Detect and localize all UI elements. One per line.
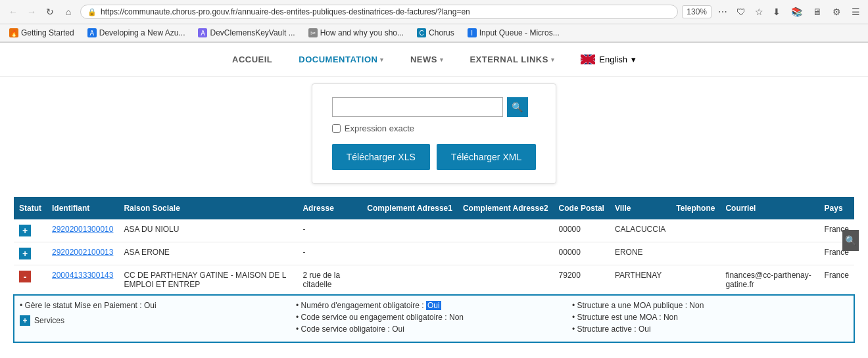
download-icon[interactable]: ⬇: [770, 5, 783, 18]
row3-adresse: 2 rue de la citadelle: [297, 265, 362, 296]
row2-tel: [671, 242, 720, 265]
row2-id-link[interactable]: 29202002100013: [52, 248, 113, 257]
row1-compl1: [362, 219, 458, 242]
row3-tel: [671, 265, 720, 296]
row1-compl2: [458, 219, 554, 242]
expand-button-3[interactable]: -: [19, 271, 31, 282]
bookmark-getting-started[interactable]: 🔥 Getting Started: [5, 27, 78, 39]
forward-button[interactable]: →: [24, 4, 39, 20]
code-service-obligatoire: • Code service obligatoire : Oui: [296, 324, 559, 334]
page-wrapper: ACCUEIL DOCUMENTATION ▾ NEWS ▾ EXTERNAL …: [0, 43, 868, 358]
bookmark-label: Getting Started: [21, 28, 74, 37]
expand-button-2[interactable]: +: [19, 248, 31, 259]
library-icon[interactable]: 📚: [788, 5, 805, 18]
expand-button-1[interactable]: +: [19, 225, 31, 236]
expanded-col-1: • Gère le statut Mise en Paiement : Oui …: [20, 301, 296, 336]
svg-rect-8: [581, 58, 595, 60]
row3-id-link[interactable]: 20004133300143: [52, 271, 113, 280]
download-xls-button[interactable]: Télécharger XLS: [332, 144, 430, 170]
services-expand-button[interactable]: +: [20, 315, 30, 326]
bookmark-azure[interactable]: A Developing a New Azu...: [84, 27, 189, 39]
col-ville: Ville: [610, 197, 671, 219]
browser-toolbar: ← → ↻ ⌂ 🔒 130% ⋯ 🛡 ☆ ⬇ 📚 🖥 ⚙ ☰: [0, 0, 868, 24]
row2-courriel: [720, 242, 819, 265]
col-complement-adresse2: Complement Adresse2: [458, 197, 554, 219]
search-input[interactable]: [332, 97, 503, 117]
bookmark-label: Chorus: [429, 28, 454, 37]
row1-cp: 00000: [554, 219, 610, 242]
reload-button[interactable]: ↻: [42, 4, 58, 20]
moa-publique: • Structure a une MOA publique : Non: [572, 301, 835, 310]
mise-en-paiement: • Gère le statut Mise en Paiement : Oui: [20, 301, 283, 310]
row1-id-link[interactable]: 29202001300010: [52, 225, 113, 234]
results-table-section: Statut Identifiant Raison Sociale Adress…: [0, 197, 868, 356]
download-xml-button[interactable]: Télécharger XML: [437, 144, 536, 170]
expanded-col-3: • Structure a une MOA publique : Non • S…: [572, 301, 848, 336]
col-adresse: Adresse: [297, 197, 362, 219]
nav-external-links[interactable]: EXTERNAL LINKS ▾: [470, 55, 554, 64]
sidebar-search-button[interactable]: 🔍: [842, 230, 859, 251]
home-button[interactable]: ⌂: [60, 4, 76, 20]
language-caret: ▾: [631, 55, 636, 64]
row3-ville: PARTHENAY: [610, 265, 671, 296]
row2-raison-sociale: ASA ERONE: [118, 242, 297, 265]
nav-accueil[interactable]: ACCUEIL: [232, 55, 272, 64]
bookmark-keyvault[interactable]: A DevClemensKeyVault ...: [194, 27, 299, 39]
star-icon[interactable]: ☆: [752, 5, 766, 18]
row2-cp: 00000: [554, 242, 610, 265]
expanded-col-2: • Numéro d'engagement obligatoire : Oui …: [296, 301, 572, 336]
engagement-obligatoire-text: • Numéro d'engagement obligatoire :: [296, 301, 426, 310]
row2-id: 29202002100013: [47, 242, 118, 265]
bookmark-chorus[interactable]: C Chorus: [413, 27, 458, 39]
nav-documentation[interactable]: DOCUMENTATION ▾: [299, 55, 384, 64]
dropdown-caret-news: ▾: [440, 56, 444, 63]
search-input-row: 🔍: [332, 97, 536, 117]
row2-compl2: [458, 242, 554, 265]
results-table: Statut Identifiant Raison Sociale Adress…: [13, 197, 855, 343]
screen-icon[interactable]: 🖥: [810, 5, 825, 18]
engagement-obligatoire: • Numéro d'engagement obligatoire : Oui: [296, 301, 559, 310]
table-row: + 29202002100013 ASA ERONE - 00000 ERONE…: [14, 242, 854, 265]
row2-ville: ERONE: [610, 242, 671, 265]
services-row: + Services: [20, 315, 283, 326]
table-row: + 29202001300010 ASA DU NIOLU - 00000 CA…: [14, 219, 854, 242]
structure-active: • Structure active : Oui: [572, 324, 835, 334]
col-telephone: Telephone: [671, 197, 720, 219]
exact-expression-row: Expression exacte: [332, 123, 536, 133]
bookmark-label: Developing a New Azu...: [99, 28, 185, 37]
settings-icon[interactable]: ⚙: [830, 5, 844, 18]
dropdown-caret-documentation: ▾: [380, 56, 384, 63]
bookmark-why[interactable]: ✂ How and why you sho...: [304, 27, 408, 39]
table-row: - 20004133300143 CC DE PARTHENAY GATINE …: [14, 265, 854, 296]
col-courriel: Courriel: [720, 197, 819, 219]
services-label: Services: [34, 316, 64, 325]
address-bar-input[interactable]: [101, 7, 671, 16]
nav-buttons: ← → ↻ ⌂: [5, 4, 76, 20]
bookmarks-bar: 🔥 Getting Started A Developing a New Azu…: [0, 24, 868, 42]
language-selector[interactable]: English ▾: [581, 55, 636, 64]
back-button[interactable]: ←: [5, 4, 21, 20]
search-section: 🔍 Expression exacte Télécharger XLS Télé…: [0, 77, 868, 197]
bookmark-label: Input Queue - Micros...: [479, 28, 560, 37]
menu-icon[interactable]: ☰: [849, 5, 863, 18]
bookmark-icon-input-queue: I: [468, 28, 477, 37]
exact-expr-checkbox[interactable]: [332, 124, 341, 133]
col-code-postal: Code Postal: [554, 197, 610, 219]
search-box: 🔍 Expression exacte Télécharger XLS Télé…: [312, 83, 556, 184]
bookmark-icon-why: ✂: [308, 28, 318, 37]
row2-statut: +: [14, 242, 47, 265]
col-identifiant: Identifiant: [47, 197, 118, 219]
more-button[interactable]: ⋯: [715, 5, 730, 18]
est-moa: • Structure est une MOA : Non: [572, 313, 835, 322]
col-statut: Statut: [14, 197, 47, 219]
dropdown-caret-external: ▾: [551, 56, 555, 63]
search-button[interactable]: 🔍: [507, 97, 528, 117]
browser-chrome: ← → ↻ ⌂ 🔒 130% ⋯ 🛡 ☆ ⬇ 📚 🖥 ⚙ ☰ 🔥 Getting…: [0, 0, 868, 43]
bookmark-icon-azure: A: [87, 28, 97, 37]
site-nav: ACCUEIL DOCUMENTATION ▾ NEWS ▾ EXTERNAL …: [0, 43, 868, 77]
nav-news[interactable]: NEWS ▾: [410, 55, 444, 64]
bookmark-icon-keyvault: A: [198, 28, 207, 37]
col-raison-sociale: Raison Sociale: [118, 197, 297, 219]
bookmark-input-queue[interactable]: I Input Queue - Micros...: [464, 27, 564, 39]
row3-compl1: [362, 265, 458, 296]
